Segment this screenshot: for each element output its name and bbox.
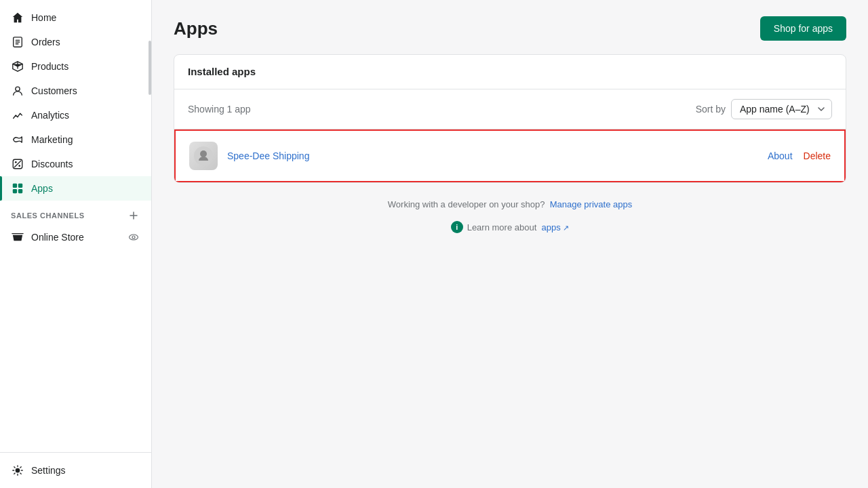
sidebar-item-customers[interactable]: Customers	[0, 79, 151, 103]
svg-point-10	[132, 236, 135, 239]
info-icon: i	[451, 221, 463, 233]
sidebar-item-label: Products	[31, 61, 68, 72]
orders-icon	[11, 35, 24, 49]
sales-channels-section: SALES CHANNELS	[0, 201, 151, 225]
online-store-icon	[11, 230, 24, 244]
analytics-icon	[11, 108, 24, 122]
app-actions: About Delete	[768, 150, 831, 161]
card-header: Installed apps	[174, 55, 846, 89]
app-delete-link[interactable]: Delete	[804, 150, 831, 161]
svg-point-9	[130, 235, 138, 240]
footer-area: Working with a developer on your shop? M…	[174, 183, 846, 249]
installed-apps-card: Installed apps Showing 1 app Sort by App…	[174, 54, 846, 183]
svg-point-13	[200, 150, 207, 157]
eye-icon[interactable]	[127, 230, 140, 244]
installed-apps-title: Installed apps	[188, 66, 256, 77]
svg-point-3	[18, 165, 20, 167]
shop-apps-button[interactable]: Shop for apps	[760, 16, 846, 41]
app-name-link[interactable]: Spee-Dee Shipping	[227, 150, 768, 161]
sidebar-item-label: Orders	[31, 37, 60, 47]
sidebar-item-label: Customers	[31, 85, 77, 96]
sidebar-item-label: Marketing	[31, 134, 73, 145]
settings-icon	[11, 464, 24, 477]
app-logo	[189, 142, 218, 170]
sidebar-item-products[interactable]: Products	[0, 54, 151, 79]
products-icon	[11, 60, 24, 73]
home-icon	[11, 11, 24, 24]
sidebar-item-label: Discounts	[31, 159, 73, 169]
sidebar-item-analytics[interactable]: Analytics	[0, 103, 151, 127]
sidebar-item-label: Home	[31, 12, 56, 23]
add-sales-channel-button[interactable]	[127, 209, 140, 222]
marketing-icon	[11, 133, 24, 146]
discounts-icon	[11, 157, 24, 171]
sidebar-item-home[interactable]: Home	[0, 5, 151, 30]
apps-icon	[11, 182, 24, 195]
sidebar-item-orders[interactable]: Orders	[0, 30, 151, 54]
apps-learn-link[interactable]: apps	[542, 222, 561, 232]
svg-rect-5	[13, 184, 17, 188]
scrollbar-thumb[interactable]	[149, 41, 151, 95]
sidebar-item-settings[interactable]: Settings	[0, 458, 151, 483]
learn-more-text: Learn more about apps ↗	[467, 222, 570, 232]
sidebar-item-label: Analytics	[31, 110, 69, 121]
manage-private-apps-link[interactable]: Manage private apps	[550, 199, 632, 209]
sidebar-item-label: Settings	[31, 465, 66, 476]
svg-rect-6	[18, 184, 22, 188]
page-title: Apps	[174, 18, 218, 39]
learn-more-section: i Learn more about apps ↗	[451, 221, 570, 233]
svg-point-11	[16, 468, 19, 472]
developer-text: Working with a developer on your shop? M…	[174, 199, 846, 209]
app-logo-image	[189, 142, 218, 170]
svg-point-2	[15, 161, 17, 163]
main-content: Apps Shop for apps Installed apps Showin…	[152, 0, 868, 488]
showing-count: Showing 1 app	[188, 104, 251, 115]
sort-select[interactable]: App name (A–Z) App name (Z–A)	[731, 99, 832, 119]
sales-channels-label: SALES CHANNELS	[11, 211, 85, 220]
sidebar: Home Orders Products Customers Analytics	[0, 0, 152, 488]
sort-by-label: Sort by	[696, 104, 726, 115]
svg-rect-7	[13, 189, 17, 193]
svg-rect-8	[18, 189, 22, 193]
sidebar-item-online-store[interactable]: Online Store	[0, 225, 151, 249]
external-link-icon: ↗	[563, 224, 569, 232]
sidebar-item-discounts[interactable]: Discounts	[0, 152, 151, 176]
sidebar-item-marketing[interactable]: Marketing	[0, 127, 151, 152]
sort-bar: Showing 1 app Sort by App name (A–Z) App…	[174, 89, 846, 129]
app-about-link[interactable]: About	[768, 150, 793, 161]
sidebar-item-apps[interactable]: Apps	[0, 176, 151, 201]
page-header: Apps Shop for apps	[174, 16, 846, 41]
svg-point-1	[16, 87, 20, 91]
sidebar-item-label: Apps	[31, 183, 53, 194]
app-row[interactable]: Spee-Dee Shipping About Delete	[174, 129, 846, 182]
online-store-label: Online Store	[31, 232, 84, 243]
customers-icon	[11, 84, 24, 98]
